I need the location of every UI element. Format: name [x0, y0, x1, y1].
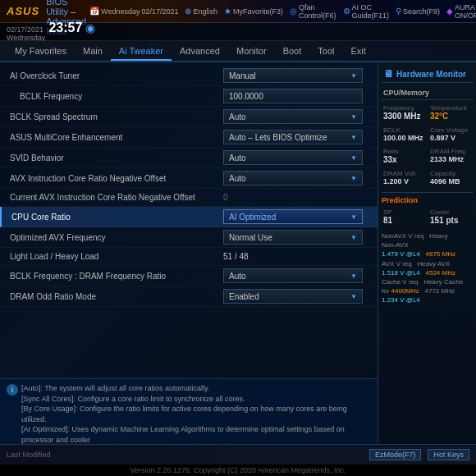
nav-advanced[interactable]: Advanced: [172, 43, 228, 59]
prediction-title: Prediction: [382, 196, 473, 204]
status-icons-bar: 📅 Wednesday 02/17/2021 ⊕ English ★ MyFav…: [89, 3, 476, 20]
hw-grid-cells: Frequency 3300 MHz Temperature 32°C BCLK…: [382, 103, 473, 187]
dropdown-multicore[interactable]: Auto – Lets BIOS Optimize ▼: [223, 130, 363, 144]
chevron-down-icon: ▼: [350, 175, 357, 182]
label-svid: SVID Behavior: [7, 153, 223, 162]
value-cpu-core-ratio[interactable]: AI Optimized ▼: [223, 209, 371, 224]
settings-panel: AI Overclock Tuner Manual ▼ BCLK Frequen…: [0, 62, 378, 378]
value-current-avx: 0: [223, 193, 371, 202]
top-bar: ASUS UEFI BIOS Utility – Advanced Mode 📅…: [0, 0, 476, 23]
prediction-detail: NonAVX V req Heavy Non-AVX 1.479 V @L4 4…: [382, 231, 473, 305]
row-multicore: ASUS MultiCore Enhancement Auto – Lets B…: [0, 127, 378, 148]
label-cpu-core-ratio: CPU Core Ratio: [8, 213, 223, 222]
nav-favorites[interactable]: My Favorites: [7, 43, 75, 59]
label-ai-overclock: AI Overclock Tuner: [7, 71, 223, 80]
hw-monitor-panel: 🖥 Hardware Monitor CPU/Memory Frequency …: [378, 62, 476, 444]
chevron-down-icon: ▼: [350, 272, 357, 280]
nav-boot[interactable]: Boot: [275, 43, 310, 59]
value-avx-ratio[interactable]: Auto ▼: [223, 171, 371, 185]
input-bclk-freq[interactable]: 100.0000: [223, 89, 363, 103]
status-datetime: 📅 Wednesday 02/17/2021: [89, 7, 178, 16]
status-search[interactable]: ⚲ Search(F9): [396, 7, 440, 16]
chevron-down-icon: ▼: [350, 213, 357, 221]
nav-main[interactable]: Main: [75, 43, 111, 59]
hw-cell-ratio: Ratio 33x: [382, 146, 426, 166]
value-bclk-dram[interactable]: Auto ▼: [223, 268, 371, 283]
info-icon: i: [7, 384, 18, 396]
info-box: i [Auto]: The system will adjust all cor…: [0, 378, 378, 444]
bottom-bar: Last Modified EzMode(F7) Hot Keys: [0, 444, 476, 464]
value-opt-avx-freq[interactable]: Normal Use ▼: [223, 230, 371, 245]
chevron-down-icon: ▼: [350, 154, 357, 162]
hw-cell-temp: Temperature 32°C: [428, 103, 473, 122]
chevron-down-icon: ▼: [350, 134, 357, 141]
label-current-avx: Current AVX Instruction Core Ratio Negat…: [7, 193, 223, 202]
ezmode-button[interactable]: EzMode(F7): [369, 449, 422, 460]
pred-sp: SP 81: [382, 207, 426, 227]
value-multicore[interactable]: Auto – Lets BIOS Optimize ▼: [223, 130, 371, 144]
hotkeys-button[interactable]: Hot Keys: [428, 449, 469, 460]
nav-monitor[interactable]: Monitor: [228, 43, 275, 59]
prediction-grid: SP 81 Cooler 151 pts: [382, 207, 473, 227]
monitor-icon: 🖥: [383, 68, 393, 80]
label-bclk-freq: BCLK Frequency: [7, 92, 223, 101]
status-aura[interactable]: ◆ AURA ON/OFF(F4): [446, 3, 476, 20]
hw-cell-dram-volt: DRAM Volt. 1.200 V: [382, 168, 426, 187]
dropdown-bclk-spread[interactable]: Auto ▼: [223, 109, 363, 124]
status-english[interactable]: ⊕ English: [185, 7, 217, 16]
value-light-heavy: 51 / 48: [223, 252, 371, 261]
label-opt-avx-freq: Optimized AVX Frequency: [7, 233, 223, 242]
dropdown-opt-avx-freq[interactable]: Normal Use ▼: [223, 230, 363, 245]
info-text: [Auto]: The system will adjust all core …: [21, 383, 371, 444]
row-avx-ratio: AVX Instruction Core Ratio Negative Offs…: [0, 168, 378, 189]
copyright-bar: Version 2.20.1276. Copyright (C) 2020 Am…: [0, 464, 476, 476]
datetime-bar: 02/17/2021 Wednesday 23:57 ◉: [0, 23, 476, 41]
status-myfavorite[interactable]: ★ MyFavorite(F3): [224, 7, 283, 16]
row-opt-avx-freq: Optimized AVX Frequency Normal Use ▼: [0, 227, 378, 248]
hw-cell-freq: Frequency 3300 MHz: [382, 103, 426, 122]
nav-ai-tweaker[interactable]: Ai Tweaker: [111, 43, 172, 61]
label-bclk-dram: BCLK Frequency : DRAM Frequency Ratio: [7, 272, 223, 281]
status-aioc[interactable]: ⚙ AI OC Guide(F11): [343, 3, 390, 20]
chevron-down-icon: ▼: [350, 113, 357, 121]
row-dram-odd: DRAM Odd Ratio Mode Enabled ▼: [0, 286, 378, 307]
hw-cell-capacity: Capacity 4096 MB: [428, 168, 473, 187]
main-content: AI Overclock Tuner Manual ▼ BCLK Frequen…: [0, 62, 476, 444]
row-current-avx: Current AVX Instruction Core Ratio Negat…: [0, 189, 378, 207]
row-cpu-core-ratio: CPU Core Ratio AI Optimized ▼: [0, 207, 378, 227]
hw-cell-core-volt: Core Voltage 0.897 V: [428, 125, 473, 144]
last-modified-label: Last Modified: [7, 451, 51, 459]
dropdown-svid[interactable]: Auto ▼: [223, 150, 363, 165]
value-bclk-freq[interactable]: 100.0000: [223, 89, 371, 103]
value-svid[interactable]: Auto ▼: [223, 150, 371, 165]
label-dram-odd: DRAM Odd Ratio Mode: [7, 292, 223, 301]
dropdown-ai-overclock[interactable]: Manual ▼: [223, 68, 363, 83]
datetime-display: 02/17/2021 Wednesday 23:57 ◉: [7, 21, 95, 43]
bottom-right-buttons: EzMode(F7) Hot Keys: [369, 449, 469, 460]
nav-bar: My Favorites Main Ai Tweaker Advanced Mo…: [0, 41, 476, 62]
nav-tool[interactable]: Tool: [309, 43, 342, 59]
hw-cell-dram-freq: DRAM Freq. 2133 MHz: [428, 146, 473, 166]
label-multicore: ASUS MultiCore Enhancement: [7, 133, 223, 142]
label-light-heavy: Light Load / Heavy Load: [7, 252, 223, 261]
row-bclk-dram: BCLK Frequency : DRAM Frequency Ratio Au…: [0, 266, 378, 286]
nav-exit[interactable]: Exit: [342, 43, 373, 59]
dropdown-bclk-dram[interactable]: Auto ▼: [223, 268, 363, 283]
label-avx-ratio: AVX Instruction Core Ratio Negative Offs…: [7, 174, 223, 183]
row-bclk-spread: BCLK Spread Spectrum Auto ▼: [0, 107, 378, 127]
dropdown-dram-odd[interactable]: Enabled ▼: [223, 289, 363, 304]
label-bclk-spread: BCLK Spread Spectrum: [7, 112, 223, 121]
value-ai-overclock[interactable]: Manual ▼: [223, 68, 371, 83]
status-qfan[interactable]: ◎ Qfan Control(F6): [290, 3, 336, 20]
hw-cell-bclk: BCLK 100.00 MHz: [382, 125, 426, 144]
dropdown-cpu-core-ratio[interactable]: AI Optimized ▼: [223, 209, 363, 224]
row-light-heavy: Light Load / Heavy Load 51 / 48: [0, 248, 378, 266]
row-bclk-freq: BCLK Frequency 100.0000: [0, 86, 378, 107]
hw-prediction: Prediction SP 81 Cooler 151 pts NonAVX V…: [382, 192, 473, 305]
dropdown-avx-ratio[interactable]: Auto ▼: [223, 171, 363, 185]
chevron-down-icon: ▼: [350, 234, 357, 241]
chevron-down-icon: ▼: [350, 293, 357, 300]
asus-logo: ASUS: [7, 5, 39, 17]
value-dram-odd[interactable]: Enabled ▼: [223, 289, 371, 304]
value-bclk-spread[interactable]: Auto ▼: [223, 109, 371, 124]
